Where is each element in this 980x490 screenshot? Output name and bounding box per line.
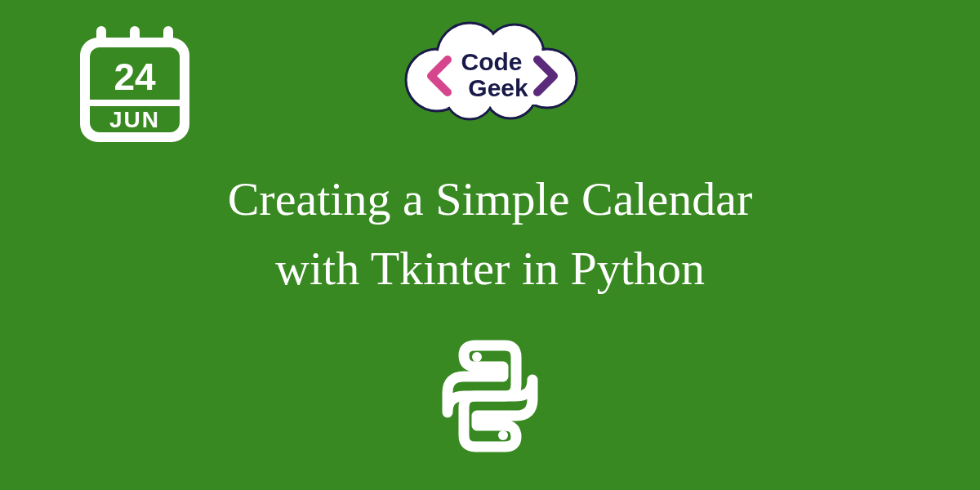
svg-text:JUN: JUN	[109, 107, 160, 132]
svg-rect-6	[90, 100, 180, 106]
title-line-2: with Tkinter in Python	[0, 241, 980, 296]
python-logo-icon	[425, 331, 555, 461]
calendar-date-icon: 24 JUN	[74, 23, 196, 145]
title-line-1: Creating a Simple Calendar	[0, 172, 980, 226]
svg-point-25	[498, 430, 508, 440]
svg-point-24	[472, 352, 482, 362]
svg-text:24: 24	[114, 56, 156, 98]
svg-text:Geek: Geek	[468, 74, 528, 101]
svg-text:Code: Code	[461, 48, 523, 75]
codegeek-logo: Code Geek	[392, 15, 588, 129]
